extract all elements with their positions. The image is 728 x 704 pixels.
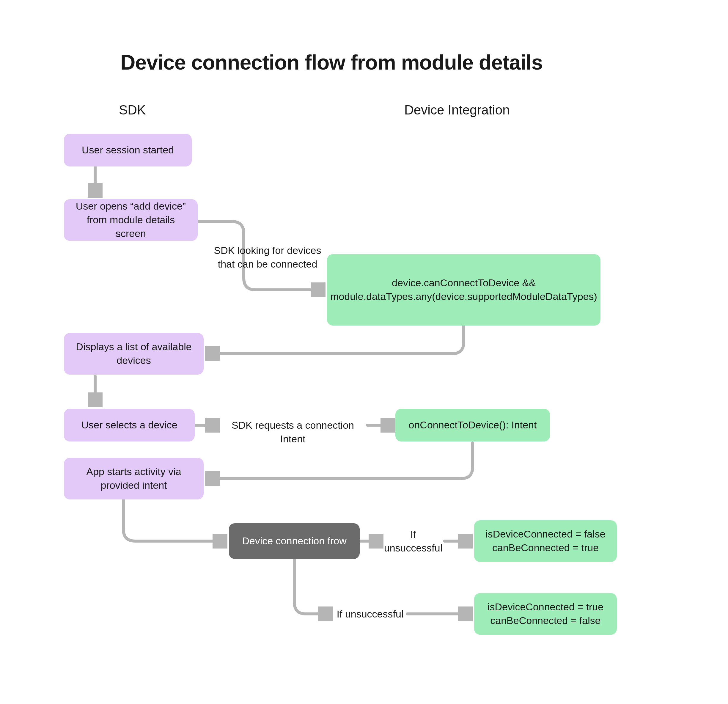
node-outcome-successful: isDeviceConnected = true canBeConnected …	[474, 593, 617, 635]
node-displays-available-devices: Displays a list of available devices	[64, 333, 204, 374]
edge-label-sdk-requests-intent: SDK requests a connection Intent	[218, 419, 367, 446]
node-device-filter-condition: device.canConnectToDevice && module.data…	[327, 254, 601, 325]
node-label: App starts activity via provided intent	[74, 465, 194, 492]
column-header-sdk: SDK	[119, 103, 146, 117]
node-user-opens-add-device: User opens “add device” from module deta…	[64, 199, 198, 241]
node-outcome-unsuccessful: isDeviceConnected = false canBeConnected…	[474, 520, 617, 562]
node-label-line1: isDeviceConnected = true	[488, 600, 604, 614]
node-label-line2: module.dataTypes.any(device.supportedMod…	[330, 290, 597, 304]
node-label: onConnectToDevice(): Intent	[409, 418, 537, 432]
node-app-starts-activity: App starts activity via provided intent	[64, 458, 204, 499]
node-label: User session started	[82, 143, 174, 157]
node-label-line1: isDeviceConnected = false	[485, 528, 605, 541]
node-label-line1: device.canConnectToDevice &&	[330, 276, 597, 290]
node-device-connection-flow: Device connection frow	[229, 523, 360, 559]
node-label: User selects a device	[81, 418, 177, 432]
node-user-selects-device: User selects a device	[64, 409, 195, 441]
column-header-device-integration: Device Integration	[404, 103, 510, 117]
node-label: Device connection frow	[242, 534, 347, 548]
node-label-line2: canBeConnected = false	[488, 614, 604, 627]
edge-label-sdk-looking: SDK looking for devices that can be conn…	[208, 244, 327, 271]
diagram-title: Device connection flow from module detai…	[120, 51, 543, 74]
node-label: Displays a list of available devices	[74, 340, 194, 367]
node-on-connect-to-device: onConnectToDevice(): Intent	[395, 409, 550, 441]
node-label-line2: canBeConnected = true	[485, 541, 605, 555]
node-user-session-started: User session started	[64, 134, 192, 166]
node-label: User opens “add device” from module deta…	[74, 199, 188, 240]
edge-label-if-unsuccessful-2: If unsuccessful	[333, 607, 407, 621]
edge-label-if-unsuccessful-1: If unsuccessful	[383, 528, 443, 555]
diagram-canvas: Device connection flow from module detai…	[0, 0, 728, 704]
